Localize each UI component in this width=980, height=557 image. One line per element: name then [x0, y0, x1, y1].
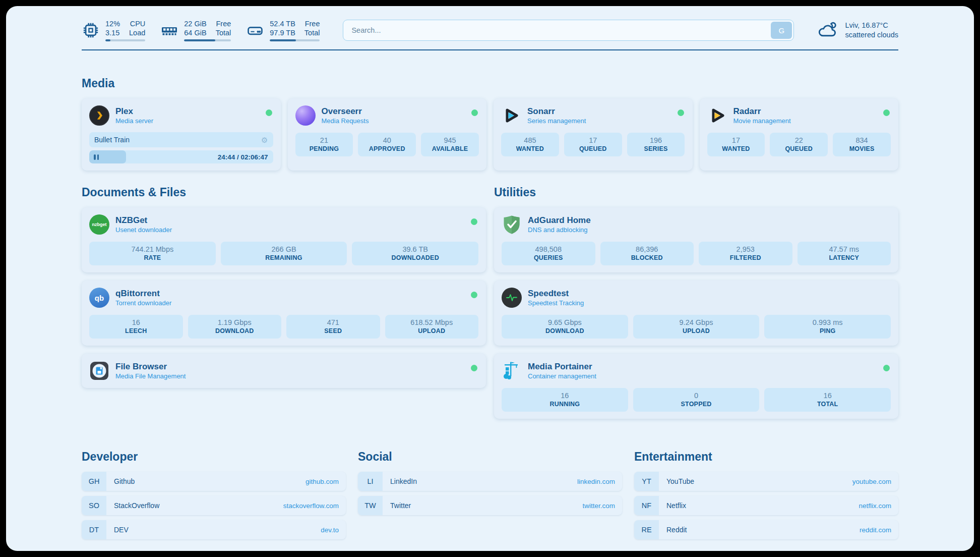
bookmark-abbr: LI	[358, 472, 383, 491]
section-title-media: Media	[82, 77, 898, 90]
bookmark-reddit[interactable]: RE Reddit reddit.com	[634, 520, 898, 539]
app-title: Sonarr	[527, 106, 586, 117]
bookmark-name: YouTube	[659, 472, 694, 491]
stat-box: 16TOTAL	[764, 388, 891, 412]
memory-free-value: 22 GiB	[184, 19, 206, 28]
dashboard-panel: 12% CPU 3.15 Load	[6, 6, 974, 551]
app-card-radarr[interactable]: Radarr Movie management 17WANTED 22QUEUE…	[700, 98, 899, 171]
bookmark-stackoverflow[interactable]: SO StackOverflow stackoverflow.com	[82, 496, 346, 515]
app-title: File Browser	[115, 362, 186, 372]
app-subtitle: Movie management	[733, 117, 791, 125]
app-subtitle: Container management	[528, 372, 596, 380]
cpu-widget: 12% CPU 3.15 Load	[82, 19, 145, 41]
cpu-progress-fill	[105, 39, 110, 41]
bookmark-name: StackOverflow	[106, 496, 159, 515]
cpu-usage-value: 12%	[105, 19, 120, 28]
app-card-adguard[interactable]: AdGuard Home DNS and adblocking 498,508Q…	[494, 207, 898, 272]
cloud-icon	[817, 21, 838, 40]
stat-box: 945AVAILABLE	[421, 133, 479, 156]
cpu-usage-label: CPU	[129, 19, 145, 28]
app-title: NZBGet	[115, 215, 172, 226]
stat-box: 618.52 MbpsUPLOAD	[385, 315, 479, 339]
top-bar: 12% CPU 3.15 Load	[82, 19, 898, 41]
bookmark-name: LinkedIn	[383, 472, 417, 491]
bookmark-github[interactable]: GH Github github.com	[82, 472, 346, 491]
gear-icon[interactable]: ⚙	[261, 136, 268, 144]
plex-icon	[89, 105, 109, 126]
stat-box: 9.65 GbpsDOWNLOAD	[502, 315, 628, 339]
stat-box: 2,953FILTERED	[699, 242, 792, 265]
app-card-portainer[interactable]: Media Portainer Container management 16R…	[494, 354, 898, 419]
disk-progress-bar	[270, 39, 320, 41]
memory-free-label: Free	[216, 19, 231, 28]
now-playing-title: Bullet Train	[94, 136, 130, 144]
cpu-progress-bar	[105, 39, 145, 41]
bookmark-url: stackoverflow.com	[283, 496, 346, 515]
section-title-utilities: Utilities	[494, 186, 898, 199]
bookmark-linkedin[interactable]: LI LinkedIn linkedin.com	[358, 472, 622, 491]
weather-location: Lviv, 16.87°C	[845, 21, 898, 30]
app-subtitle: Media File Management	[115, 372, 186, 380]
nzbget-icon: nzbget	[89, 214, 109, 235]
bookmark-name: Netflix	[659, 496, 686, 515]
filebrowser-icon	[89, 361, 109, 381]
bookmark-url: github.com	[305, 472, 346, 491]
stat-box: 40APPROVED	[358, 133, 416, 156]
bookmark-dev[interactable]: DT DEV dev.to	[82, 520, 346, 539]
section-title-entertainment: Entertainment	[634, 450, 898, 464]
memory-total-label: Total	[216, 28, 231, 37]
section-title-social: Social	[358, 450, 622, 464]
app-card-filebrowser[interactable]: File Browser Media File Management	[82, 354, 486, 388]
app-subtitle: Media server	[115, 117, 153, 125]
bookmark-name: Twitter	[383, 496, 411, 515]
bookmark-name: Reddit	[659, 520, 687, 539]
stat-box: 266 GBREMAINING	[221, 242, 347, 265]
cpu-icon	[82, 21, 100, 39]
app-subtitle: Media Requests	[322, 117, 369, 125]
app-card-overseerr[interactable]: Overseerr Media Requests 21PENDING 40APP…	[288, 98, 487, 171]
bookmark-twitter[interactable]: TW Twitter twitter.com	[358, 496, 622, 515]
stat-box: 16LEECH	[89, 315, 183, 339]
disk-total-label: Total	[304, 28, 320, 37]
bookmark-url: netflix.com	[859, 496, 898, 515]
bookmark-abbr: GH	[82, 472, 106, 491]
adguard-icon	[502, 214, 522, 235]
disk-widget: 52.4 TB Free 97.9 TB Total	[246, 19, 320, 41]
app-subtitle: Usenet downloader	[115, 226, 172, 234]
playback-time: 24:44 / 02:06:47	[218, 153, 273, 161]
section-title-documents: Documents & Files	[82, 186, 486, 199]
app-card-qbittorrent[interactable]: qb qBittorrent Torrent downloader 16LEEC…	[82, 281, 486, 346]
status-dot	[266, 109, 272, 116]
cpu-load-label: Load	[129, 28, 145, 37]
stat-box: 498,508QUERIES	[502, 242, 595, 265]
stat-box: 0STOPPED	[633, 388, 760, 412]
app-card-plex[interactable]: Plex Media server Bullet Train ⚙ 24:44 /…	[82, 98, 281, 171]
memory-progress-fill	[184, 39, 215, 41]
header-divider	[82, 49, 898, 50]
app-title: Plex	[115, 106, 153, 117]
status-dot	[678, 109, 684, 116]
pause-icon	[94, 154, 99, 160]
stat-box: 17WANTED	[707, 133, 765, 156]
bookmark-youtube[interactable]: YT YouTube youtube.com	[634, 472, 898, 491]
memory-icon	[160, 21, 178, 39]
app-card-speedtest[interactable]: Speedtest Speedtest Tracking 9.65 GbpsDO…	[494, 281, 898, 346]
portainer-icon	[502, 361, 522, 381]
app-card-sonarr[interactable]: Sonarr Series management 485WANTED 17QUE…	[494, 98, 693, 171]
stat-box: 47.57 msLATENCY	[798, 242, 891, 265]
stat-box: 17QUEUED	[564, 133, 622, 156]
bookmark-url: dev.to	[321, 520, 346, 539]
search-provider-button[interactable]: G	[771, 22, 792, 39]
disk-progress-fill	[270, 39, 296, 41]
app-title: Overseerr	[322, 106, 369, 117]
disk-total-value: 97.9 TB	[270, 28, 295, 37]
overseerr-icon	[295, 105, 316, 126]
bookmark-abbr: RE	[634, 520, 659, 539]
search-input[interactable]	[343, 20, 794, 41]
speedtest-icon	[502, 288, 522, 308]
app-title: AdGuard Home	[528, 215, 591, 226]
bookmark-netflix[interactable]: NF Netflix netflix.com	[634, 496, 898, 515]
stat-box: 485WANTED	[501, 133, 559, 156]
stat-box: 196SERIES	[627, 133, 685, 156]
app-card-nzbget[interactable]: nzbget NZBGet Usenet downloader 744.21 M…	[82, 207, 486, 272]
